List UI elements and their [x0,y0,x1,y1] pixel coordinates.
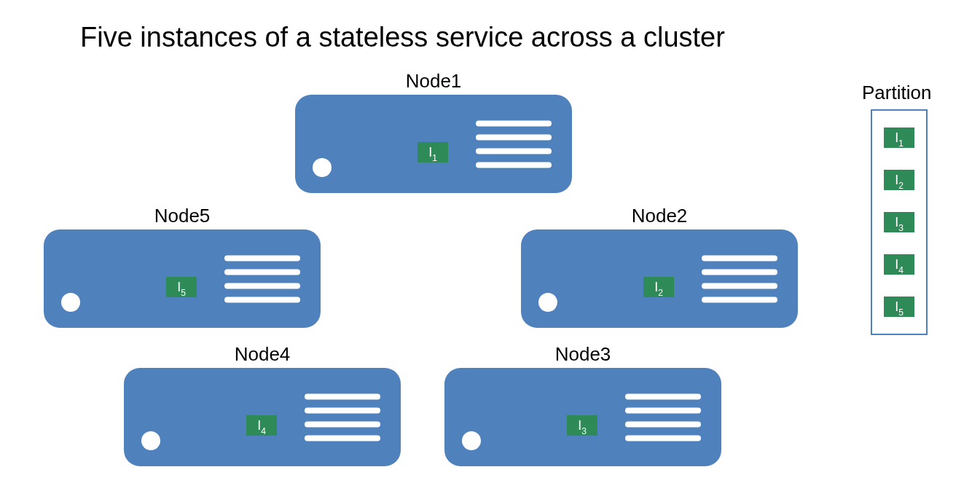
power-light-icon [538,293,557,312]
node-2: Node2 I2 [521,229,798,328]
instance-badge-5: I5 [166,277,197,297]
vents-icon [625,393,701,441]
instance-sub: 2 [898,181,903,191]
partition-title: Partition [862,82,931,104]
power-light-icon [313,158,332,177]
vents-icon [476,120,552,168]
power-light-icon [141,431,160,450]
diagram-title: Five instances of a stateless service ac… [80,22,725,53]
vents-icon [305,393,380,441]
instance-sub: 1 [898,138,903,149]
instance-badge-4: I4 [246,415,277,436]
instance-badge-3: I3 [567,415,597,436]
instance-sub: 4 [898,265,903,275]
instance-sub: 5 [898,307,903,318]
vents-icon [224,255,300,302]
instance-sub: 5 [181,288,186,298]
node-5: Node5 I5 [44,229,321,328]
instance-badge-2: I2 [643,277,674,297]
partition-item-4: I4 [884,254,914,275]
node-3: Node3 I3 [444,368,721,466]
node-4-label: Node4 [124,343,401,366]
instance-sub: 3 [581,426,587,436]
partition-item-5: I5 [884,297,914,317]
instance-sub: 4 [261,426,266,436]
power-light-icon [61,293,80,312]
partition-item-1: I1 [884,127,914,148]
partition-box: I1 I2 I3 I4 I5 [871,109,928,335]
node-3-label: Node3 [444,343,721,366]
instance-badge-1: I1 [418,142,448,162]
instance-sub: 2 [658,288,663,298]
node-5-label: Node5 [44,205,321,227]
instance-sub: 3 [898,223,903,233]
partition-item-2: I2 [884,170,914,190]
vents-icon [702,255,777,302]
node-4: Node4 I4 [124,368,401,466]
power-light-icon [462,431,481,450]
instance-sub: 1 [432,153,437,163]
partition-item-3: I3 [884,212,914,232]
node-1: Node1 I1 [295,95,572,193]
node-2-label: Node2 [521,205,798,227]
node-1-label: Node1 [295,70,572,93]
